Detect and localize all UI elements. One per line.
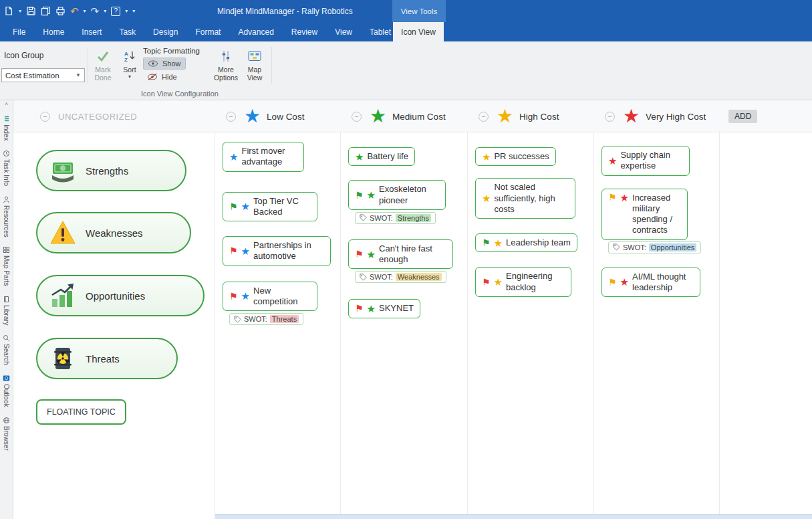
undo-menu-caret[interactable]: ▾ [84,8,86,14]
sidebar-item-outlook[interactable]: O Outlook [3,370,10,411]
column-title: Very High Cost [646,112,706,122]
topic-text: Partnerships in automotive [253,240,324,262]
column-header-uncategorized: − UNCATEGORIZED [13,100,215,132]
customize-toolbar-icon[interactable]: ▾ [132,8,135,14]
quick-access-toolbar: ▾ ↶ ▾ ↷ ▾ ? ▾ ▾ [4,0,135,22]
ribbon: Icon Group Cost Estimation ▼ Mark Done A… [0,41,812,100]
ribbon-group-caption: Icon View Configuration [88,90,272,98]
save-icon[interactable] [26,6,36,16]
tag-icon [234,316,241,323]
collapse-column-button[interactable]: − [352,112,362,122]
swot-tag[interactable]: SWOT: Strengths [355,212,436,224]
topic-card[interactable]: ⚑ ★ Partnerships in automotive [223,236,331,266]
green-star-icon: ★ [367,304,376,314]
icon-group-dropdown[interactable]: Cost Estimation ▼ [1,68,85,82]
tab-icon-view[interactable]: Icon View [393,22,444,41]
topic-text: Top Tier VC Backed [253,196,311,218]
tag-value: Threats [270,315,299,323]
more-options-button[interactable]: More Options [211,47,241,82]
topic-card[interactable]: ⚑ ★ Engineering backlog [475,267,571,297]
red-star-icon: ★ [620,277,629,287]
mark-done-button[interactable]: Mark Done [90,47,116,82]
sidebar-item-browser[interactable]: Browser [3,412,10,455]
blue-star-icon: ★ [241,201,250,211]
side-panel-strip: ^ Index Task Info Resources Map Parts Li… [0,100,13,519]
gold-star-icon: ★ [497,107,513,126]
gold-star-icon: ★ [482,152,491,162]
collapse-column-button[interactable]: − [226,112,236,122]
gold-star-icon: ★ [494,238,503,248]
main-topic-strengths[interactable]: Strengths [36,150,186,191]
sidebar-item-label: Search [3,344,10,365]
topic-card[interactable]: ★ Supply chain expertise [601,146,690,176]
main-topic-opportunities[interactable]: Opportunities [36,275,205,316]
topic-card[interactable]: ★ PR successes [475,147,556,166]
topic-formatting-label: Topic Formatting [143,47,207,55]
sort-button[interactable]: AZ Sort ▼ [116,47,143,79]
show-button[interactable]: Show [143,58,186,70]
menu-task[interactable]: Task [110,22,144,41]
save-all-icon[interactable] [41,6,51,16]
topic-card[interactable]: ⚑ ★ Increased military spending / contra… [601,189,688,240]
main-topic-threats[interactable]: Threats [36,338,178,379]
column-title: Medium Cost [392,112,446,122]
collapse-column-button[interactable]: − [479,112,489,122]
swot-tag[interactable]: SWOT: Threats [229,313,303,325]
map-view-button[interactable]: Map View [241,47,268,82]
topic-card[interactable]: ⚑ ★ Exoskeleton pioneer [348,180,446,210]
column-header-very-high-cost: − ★ Very High Cost [594,100,720,132]
menu-insert[interactable]: Insert [73,22,110,41]
print-icon[interactable] [55,6,65,16]
main-topic-weaknesses[interactable]: Weaknesses [36,212,191,253]
topic-card[interactable]: ⚑ ★ SKYNET [348,299,420,318]
eye-icon [148,60,158,67]
collapse-column-button[interactable]: − [605,112,615,122]
topic-card[interactable]: ★ First mover advantage [223,142,304,172]
menu-review[interactable]: Review [283,22,326,41]
chevron-up-icon[interactable]: ^ [5,102,7,110]
add-column-button[interactable]: ADD [728,110,757,123]
help-icon[interactable]: ? [111,7,120,16]
undo-icon[interactable]: ↶ [70,6,79,16]
menu-design[interactable]: Design [144,22,186,41]
swot-tag[interactable]: SWOT: Weaknesses [355,271,446,283]
topic-card[interactable]: ⚑ ★ AI/ML thought leadership [601,268,700,298]
green-star-icon: ★ [367,190,376,200]
new-document-icon[interactable] [4,6,14,16]
redo-menu-caret[interactable]: ▾ [104,8,106,14]
collapse-column-button[interactable]: − [40,112,50,122]
menubar: File Home Insert Task Design Format Adva… [0,22,812,41]
menu-advanced[interactable]: Advanced [229,22,282,41]
board-header: − UNCATEGORIZED − ★ Low Cost − ★ Medium … [13,100,812,132]
floating-topic[interactable]: FLOATING TOPIC [36,399,126,425]
sidebar-item-search[interactable]: Search [3,330,10,370]
context-tab-view-tools[interactable]: View Tools [392,0,446,22]
menu-view[interactable]: View [326,22,361,41]
topic-card[interactable]: ⚑ ★ Top Tier VC Backed [223,192,317,222]
menu-home[interactable]: Home [34,22,73,41]
horizontal-scrollbar[interactable] [215,514,812,519]
sidebar-item-label: Outlook [3,384,10,407]
topic-label: Threats [86,353,120,365]
topic-label: Strengths [86,165,128,177]
gold-star-icon: ★ [494,277,503,287]
topic-card[interactable]: ★ Not scaled sufficiently, high costs [475,178,575,219]
sidebar-item-task-info[interactable]: Task Info [3,145,10,191]
red-star-icon: ★ [608,156,617,166]
redo-icon[interactable]: ↷ [91,6,100,16]
topic-card[interactable]: ⚑ ★ New competition [223,282,317,312]
swot-tag[interactable]: SWOT: Opportunities [608,241,701,253]
menu-format[interactable]: Format [186,22,229,41]
column-title: High Cost [519,112,559,122]
sidebar-item-resources[interactable]: Resources [3,191,10,242]
hide-button[interactable]: Hide [143,72,181,82]
sidebar-item-library[interactable]: Library [3,291,10,330]
sidebar-item-map-parts[interactable]: Map Parts [3,241,10,291]
new-document-menu-caret[interactable]: ▾ [19,8,21,14]
topic-card[interactable]: ⚑ ★ Leadership team [475,233,577,252]
topic-card[interactable]: ★ Battery life [348,147,415,166]
topic-card[interactable]: ⚑ ★ Can't hire fast enough [348,239,453,270]
sidebar-item-index[interactable]: Index [3,110,10,145]
help-menu-caret[interactable]: ▾ [125,8,128,14]
menu-file[interactable]: File [4,22,34,41]
